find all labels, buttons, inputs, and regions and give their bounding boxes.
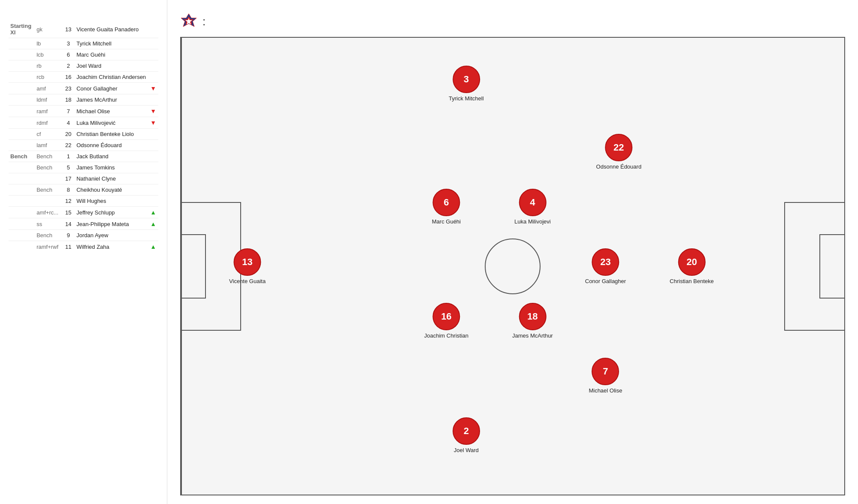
player-node-tyrick: 3 Tyrick Mitchell: [449, 66, 484, 102]
player-circle-vicente: 13: [234, 248, 261, 276]
player-name: Michael Olise: [75, 106, 148, 117]
player-section: [9, 49, 35, 60]
player-position: ldmf: [35, 94, 62, 106]
player-position: rdmf: [35, 117, 62, 129]
player-circle-christian: 20: [678, 248, 705, 276]
player-number: 2: [62, 60, 75, 72]
player-circle-tyrick: 3: [453, 66, 480, 93]
player-number: 13: [62, 21, 75, 38]
player-number: 14: [62, 218, 75, 230]
player-icon-cell: ▲: [148, 241, 158, 253]
player-icon-cell: [148, 60, 158, 72]
player-position: lcb: [35, 49, 62, 60]
player-node-marc: 6 Marc Guéhi: [432, 189, 461, 225]
player-circle-michael: 7: [592, 358, 619, 385]
player-field-name-conor: Conor Gallagher: [585, 278, 626, 284]
player-position: amf: [35, 83, 62, 94]
player-node-joachim: 16 Joachim Christian: [424, 303, 468, 339]
player-field-name-vicente: Vicente Guaita: [229, 278, 266, 284]
player-field-name-christian: Christian Benteke: [670, 278, 714, 284]
player-icon-cell: [148, 129, 158, 140]
field-container: 3 Tyrick Mitchell 6 Marc Guéhi 4 Luka Mi…: [180, 37, 845, 495]
player-section: [9, 140, 35, 151]
player-position: ss: [35, 218, 62, 230]
player-section: [9, 38, 35, 49]
player-node-michael: 7 Michael Olise: [589, 358, 622, 394]
player-name: Marc Guéhi: [75, 49, 148, 60]
player-field-name-joachim: Joachim Christian: [424, 332, 468, 339]
field-header: :: [180, 13, 845, 30]
left-goal-box: [181, 234, 206, 299]
roster-table: Starting XI gk 13 Vicente Guaita Panader…: [9, 21, 158, 252]
player-number: 5: [62, 162, 75, 173]
player-circle-odsonne: 22: [605, 134, 632, 161]
player-position: ramf+rwf: [35, 241, 62, 253]
player-circle-marc: 6: [432, 189, 460, 216]
player-name: Cheikhou Kouyaté: [75, 184, 148, 196]
player-number: 12: [62, 196, 75, 207]
player-number: 23: [62, 83, 75, 94]
player-section: [9, 83, 35, 94]
player-name: Tyrick Mitchell: [75, 38, 148, 49]
player-circle-joachim: 16: [432, 303, 460, 330]
player-icon-cell: [148, 38, 158, 49]
player-position: Bench: [35, 162, 62, 173]
player-section: [9, 173, 35, 184]
player-section: [9, 230, 35, 241]
player-icon-cell: ▼: [148, 106, 158, 117]
player-position: cf: [35, 129, 62, 140]
player-position: [35, 196, 62, 207]
player-field-name-tyrick: Tyrick Mitchell: [449, 95, 484, 102]
player-section: [9, 94, 35, 106]
player-name: Nathaniel Clyne: [75, 173, 148, 184]
player-number: 9: [62, 230, 75, 241]
player-section: [9, 129, 35, 140]
player-name: James Tomkins: [75, 162, 148, 173]
player-position: ramf: [35, 106, 62, 117]
player-position: amf+rc...: [35, 207, 62, 218]
player-position: gk: [35, 21, 62, 38]
player-number: 1: [62, 151, 75, 162]
player-number: 3: [62, 38, 75, 49]
player-name: Christian Benteke Liolo: [75, 129, 148, 140]
player-position: [35, 173, 62, 184]
player-section: [9, 60, 35, 72]
player-name: Luka Milivojević: [75, 117, 148, 129]
player-section: [9, 162, 35, 173]
player-number: 17: [62, 173, 75, 184]
player-icon-cell: [148, 21, 158, 38]
player-name: Wilfried Zaha: [75, 241, 148, 253]
player-number: 6: [62, 49, 75, 60]
substitution-in-icon: ▲: [150, 220, 156, 227]
player-node-james: 18 James McArthur: [512, 303, 553, 339]
player-icon-cell: ▲: [148, 218, 158, 230]
player-circle-conor: 23: [592, 248, 619, 276]
player-icon-cell: [148, 49, 158, 60]
player-section: [9, 241, 35, 253]
player-number: 15: [62, 207, 75, 218]
player-name: Will Hughes: [75, 196, 148, 207]
player-name: Joachim Christian Andersen: [75, 72, 148, 83]
right-panel: : 3 Tyrick Mitchell 6 Marc Guéhi 4 Luka …: [167, 0, 858, 504]
player-icon-cell: [148, 230, 158, 241]
player-position: rb: [35, 60, 62, 72]
player-field-name-odsonne: Odsonne Édouard: [596, 163, 642, 170]
player-section: Starting XI: [9, 21, 35, 38]
player-number: 18: [62, 94, 75, 106]
player-name: James McArthur: [75, 94, 148, 106]
field-title: :: [202, 15, 205, 28]
player-number: 4: [62, 117, 75, 129]
player-name: Conor Gallagher: [75, 83, 148, 94]
player-number: 8: [62, 184, 75, 196]
substitution-in-icon: ▲: [150, 243, 156, 250]
player-name: Jeffrey Schlupp: [75, 207, 148, 218]
player-number: 11: [62, 241, 75, 253]
player-field-name-luka: Luka Milivojevi: [514, 218, 551, 225]
player-section: [9, 218, 35, 230]
substitution-in-icon: ▲: [150, 209, 156, 216]
player-circle-james: 18: [519, 303, 546, 330]
player-section: [9, 72, 35, 83]
player-section: [9, 117, 35, 129]
player-circle-luka: 4: [519, 189, 546, 216]
player-name: Jack Butland: [75, 151, 148, 162]
